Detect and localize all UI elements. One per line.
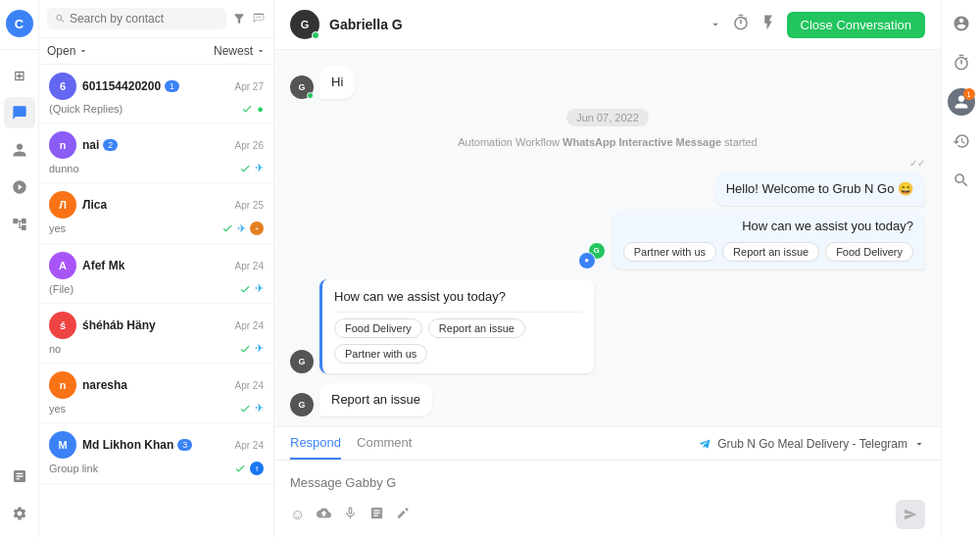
messages-area: G Hi Jun 07, 2022 Automation Workflow Wh… (274, 50, 941, 426)
contact-avatar: G (290, 10, 319, 39)
chat-icon[interactable] (4, 97, 35, 128)
message-input[interactable] (290, 468, 925, 496)
conv-name: śhéháb Häny (82, 318, 156, 332)
chat-input-area: ☺ (274, 461, 941, 537)
conv-preview: (Quick Replies) (49, 103, 122, 115)
conversation-item[interactable]: M Md Likhon Khan 3 Apr 24 Group link f (39, 423, 273, 484)
option-report-issue[interactable]: Report an issue (428, 318, 525, 338)
conversation-item[interactable]: A Afef Mk Apr 24 (File) ✈ (39, 244, 273, 304)
checkmark-icon (234, 463, 246, 474)
conv-name: Md Likhon Khan (82, 438, 173, 452)
signature-icon[interactable] (396, 506, 411, 523)
conversation-item[interactable]: n naresha Apr 24 yes ✈ (39, 364, 273, 423)
user-avatar-icon[interactable]: C (4, 8, 35, 39)
conv-date: Apr 24 (235, 261, 264, 271)
filter-icon[interactable] (232, 12, 246, 25)
channel-label: Grub N Go Meal Delivery - Telegram (717, 437, 907, 451)
read-receipt: ✓✓ (909, 158, 925, 169)
checkmark-icon (239, 163, 251, 174)
message-bubble: How can we assist you today? Partner wit… (612, 210, 925, 268)
new-conversation-icon[interactable] (252, 12, 266, 25)
sender-avatar: G (290, 350, 314, 373)
grid-icon[interactable]: ⊞ (4, 60, 35, 91)
checkmark-icon (239, 283, 251, 295)
conv-name: nai (82, 138, 99, 152)
timer-icon[interactable] (732, 14, 750, 35)
conv-preview: yes (49, 403, 66, 415)
lightning-icon[interactable] (760, 14, 777, 35)
date-divider: Jun 07, 2022 (566, 109, 649, 126)
contacts-icon[interactable] (4, 134, 35, 166)
channel-selector[interactable]: Grub N Go Meal Delivery - Telegram (698, 437, 925, 451)
search-box[interactable] (47, 8, 226, 29)
agent-avatar-2: ● (578, 252, 596, 269)
quick-reply-report[interactable]: Report an issue (722, 242, 819, 262)
conversation-item[interactable]: Л Ліса Apr 25 yes ✈ + (39, 183, 273, 244)
chat-area: G Gabriella G Close Conversation G Hi Ju… (274, 0, 941, 537)
conv-avatar: M (49, 431, 76, 459)
search-icon (55, 13, 66, 24)
tab-group: Respond Comment (290, 427, 412, 460)
sidebar-nav: C ⊞ (0, 0, 39, 537)
tab-respond[interactable]: Respond (290, 427, 341, 460)
newest-sort[interactable]: Newest (214, 44, 266, 58)
svg-point-2 (260, 17, 261, 18)
search-input[interactable] (70, 12, 219, 25)
campaigns-icon[interactable] (4, 171, 35, 203)
contact-details-icon[interactable] (946, 8, 977, 39)
svg-point-1 (258, 17, 259, 18)
conversation-item[interactable]: n nai 2 Apr 26 dunno ✈ (39, 123, 273, 183)
conv-avatar: n (49, 371, 76, 399)
option-partner[interactable]: Partner with us (334, 344, 427, 364)
outgoing-messages: ✓✓ Hello! Welcome to Grub N Go 😄 How can… (612, 158, 925, 268)
conv-date: Apr 24 (235, 440, 264, 451)
chevron-down-icon[interactable] (709, 18, 722, 31)
close-conversation-button[interactable]: Close Conversation (787, 12, 925, 38)
message-bubble: Hello! Welcome to Grub N Go 😄 (714, 172, 925, 206)
quick-reply-partner[interactable]: Partner with us (623, 242, 716, 262)
tab-comment[interactable]: Comment (357, 427, 412, 460)
emoji-icon[interactable]: ☺ (290, 506, 305, 523)
telegram-icon (698, 437, 711, 451)
audio-icon[interactable] (343, 506, 358, 523)
conv-name: Afef Mk (82, 259, 124, 272)
whatsapp-channel-icon: ● (257, 103, 264, 115)
settings-icon[interactable] (4, 498, 35, 529)
upload-icon[interactable] (317, 506, 331, 523)
conv-name: naresha (82, 378, 127, 392)
conv-date: Apr 24 (235, 320, 264, 331)
conv-avatar: A (49, 252, 76, 279)
template-icon[interactable] (369, 506, 384, 523)
timer-icon[interactable] (946, 47, 977, 78)
conv-avatar: n (49, 131, 76, 159)
conv-date: Apr 26 (235, 140, 264, 151)
message-row: G Report an issue (290, 383, 925, 416)
conv-badge: 1 (165, 80, 179, 92)
chat-footer: Respond Comment Grub N Go Meal Delivery … (274, 426, 941, 537)
svg-point-0 (257, 17, 258, 18)
automation-note: Automation Workflow WhatsApp Interactive… (458, 136, 757, 148)
reports-icon[interactable] (4, 461, 35, 492)
conversation-item[interactable]: 6 601154420200 1 Apr 27 (Quick Replies) … (39, 65, 273, 123)
header-actions: Close Conversation (732, 12, 925, 38)
conv-preview: yes (49, 222, 66, 234)
option-food-delivery[interactable]: Food Delivery (334, 318, 422, 338)
org-icon[interactable] (4, 209, 35, 240)
online-status (312, 31, 319, 39)
contact-name: Gabriella G (329, 17, 699, 32)
conv-badge: 3 (177, 439, 192, 451)
open-filter[interactable]: Open (47, 44, 88, 58)
message-bubble: Report an issue (319, 383, 432, 416)
message-row: G How can we assist you today? Food Deli… (290, 279, 925, 373)
conv-date: Apr 27 (235, 81, 264, 92)
send-button[interactable] (896, 500, 925, 529)
conversations-list: 6 601154420200 1 Apr 27 (Quick Replies) … (39, 65, 273, 537)
conversations-header (39, 0, 273, 38)
conv-preview: (File) (49, 283, 74, 295)
sender-avatar: G (290, 393, 314, 416)
search-icon[interactable] (946, 165, 977, 196)
conversation-item[interactable]: ś śhéháb Häny Apr 24 no ✈ (39, 304, 273, 364)
quick-reply-food[interactable]: Food Delivery (825, 242, 913, 262)
user-avatar-right[interactable]: 1 (946, 86, 977, 118)
history-icon[interactable] (946, 125, 977, 157)
